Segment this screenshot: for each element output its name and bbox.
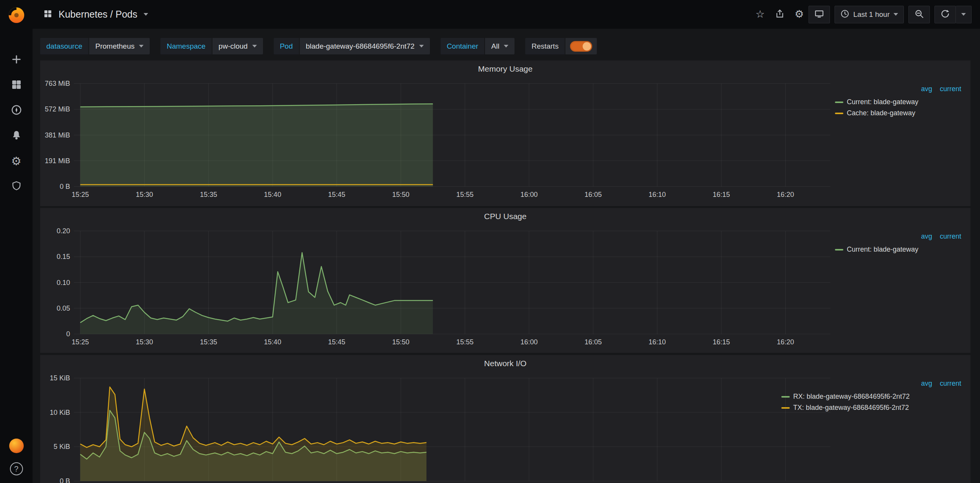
- legend-columns: avgcurrent: [913, 232, 961, 241]
- legend-item[interactable]: TX: blade-gateway-68684695f6-2nt72: [781, 402, 961, 413]
- star-icon: ☆: [755, 9, 764, 20]
- sidebar: ⚙ ?: [0, 0, 33, 483]
- refresh-button[interactable]: [934, 6, 956, 23]
- compass-icon: [11, 104, 22, 117]
- svg-text:16:15: 16:15: [713, 191, 730, 198]
- navbar-actions: ☆ ⚙: [745, 6, 972, 23]
- legend-col-current[interactable]: current: [940, 380, 961, 387]
- svg-text:15:50: 15:50: [392, 338, 410, 346]
- sidebar-item-alerting[interactable]: [8, 129, 25, 143]
- svg-text:16:15: 16:15: [713, 338, 730, 346]
- bell-icon: [11, 130, 22, 142]
- memory-usage-chart[interactable]: 15:2515:3015:3515:4015:4515:5015:5516:00…: [43, 78, 833, 203]
- svg-text:16:05: 16:05: [585, 338, 602, 346]
- chevron-down-icon: [893, 13, 898, 16]
- legend-series-name: Cache: blade-gateway: [847, 109, 915, 117]
- svg-text:16:10: 16:10: [648, 338, 666, 346]
- namespace-filter-value[interactable]: pw-cloud: [212, 38, 263, 54]
- legend-columns: avgcurrent: [913, 380, 961, 388]
- legend-col-current[interactable]: current: [940, 85, 961, 93]
- refresh-interval-dropdown[interactable]: [956, 6, 972, 23]
- svg-text:15:55: 15:55: [456, 338, 474, 346]
- svg-text:5 KiB: 5 KiB: [54, 443, 70, 450]
- series-color-dash: [835, 249, 843, 251]
- time-range-label: Last 1 hour: [853, 10, 890, 19]
- svg-text:15:45: 15:45: [328, 191, 345, 198]
- network-io-legend: avgcurrentRX: blade-gateway-68684695f6-2…: [781, 380, 961, 413]
- refresh-icon: [940, 9, 950, 20]
- grafana-app: ⚙ ? Kubernetes / Pods: [0, 0, 980, 483]
- restarts-toggle-group: Restarts: [525, 38, 597, 54]
- zoom-out-button[interactable]: [908, 6, 930, 23]
- legend-item[interactable]: Current: blade-gateway: [835, 97, 961, 108]
- chevron-down-icon: [144, 13, 148, 16]
- legend-series-name: Current: blade-gateway: [847, 98, 918, 106]
- share-button[interactable]: [775, 9, 785, 20]
- sidebar-item-configuration[interactable]: ⚙: [8, 154, 25, 169]
- svg-text:15:30: 15:30: [136, 338, 153, 346]
- legend-item[interactable]: RX: blade-gateway-68684695f6-2nt72: [781, 391, 961, 402]
- svg-text:15 KiB: 15 KiB: [50, 374, 70, 382]
- legend-series-name: RX: blade-gateway-68684695f6-2nt72: [793, 393, 910, 401]
- legend-col-avg[interactable]: avg: [921, 232, 932, 240]
- svg-text:15:25: 15:25: [72, 191, 89, 198]
- svg-text:0.15: 0.15: [57, 253, 70, 260]
- container-filter-value[interactable]: All: [485, 38, 514, 54]
- chart-canvas[interactable]: 15:2515:3015:3515:4015:4515:5015:5516:00…: [43, 226, 833, 350]
- chart-canvas[interactable]: 15:2515:3015:3515:4015:4515:5015:5516:00…: [43, 78, 833, 203]
- refresh-button-group: [934, 6, 972, 23]
- grid-icon: [11, 79, 22, 92]
- legend-item[interactable]: Current: blade-gateway: [835, 244, 961, 255]
- svg-text:15:55: 15:55: [456, 191, 474, 198]
- svg-text:16:05: 16:05: [585, 191, 602, 198]
- dashboard-settings-button[interactable]: ⚙: [795, 9, 804, 20]
- legend-col-avg[interactable]: avg: [921, 380, 932, 387]
- sidebar-item-dashboards[interactable]: [8, 78, 25, 93]
- panel-memory-usage: Memory Usage 15:2515:3015:3515:4015:4515…: [40, 60, 971, 206]
- cpu-usage-chart[interactable]: 15:2515:3015:3515:4015:4515:5015:5516:00…: [43, 226, 833, 350]
- gear-icon: ⚙: [11, 156, 21, 167]
- svg-text:0 B: 0 B: [60, 183, 70, 190]
- pod-filter: Pod blade-gateway-68684695f6-2nt72: [274, 38, 430, 54]
- panel-title[interactable]: CPU Usage: [40, 212, 970, 221]
- network-io-chart[interactable]: 15:2515:3015:3515:4015:4515:5015:5516:00…: [43, 373, 833, 483]
- svg-text:16:00: 16:00: [520, 338, 537, 346]
- panel-title[interactable]: Memory Usage: [40, 64, 970, 74]
- legend-item[interactable]: Cache: blade-gateway: [835, 108, 961, 119]
- restarts-toggle[interactable]: [570, 41, 592, 52]
- datasource-filter: datasource Prometheus: [40, 38, 150, 54]
- share-icon: [775, 9, 785, 20]
- sidebar-item-explore[interactable]: [8, 103, 25, 118]
- time-range-picker[interactable]: Last 1 hour: [835, 6, 904, 23]
- sidebar-item-create[interactable]: [8, 53, 25, 67]
- user-avatar[interactable]: [9, 439, 24, 453]
- chevron-down-icon: [419, 45, 424, 47]
- gear-icon: ⚙: [795, 9, 804, 20]
- legend-col-avg[interactable]: avg: [921, 85, 932, 93]
- datasource-filter-label: datasource: [40, 38, 88, 54]
- pod-filter-value[interactable]: blade-gateway-68684695f6-2nt72: [300, 38, 430, 54]
- page-title[interactable]: Kubernetes / Pods: [59, 9, 137, 20]
- datasource-filter-value[interactable]: Prometheus: [89, 38, 150, 54]
- svg-text:10 KiB: 10 KiB: [50, 409, 70, 416]
- shield-icon: [11, 180, 22, 193]
- top-navbar: Kubernetes / Pods ☆ ⚙: [33, 0, 980, 29]
- chart-canvas[interactable]: 15:2515:3015:3515:4015:4515:5015:5516:00…: [43, 373, 833, 483]
- grafana-logo-icon[interactable]: [7, 5, 26, 25]
- panel-title[interactable]: Network I/O: [40, 359, 970, 368]
- star-button[interactable]: ☆: [755, 9, 764, 20]
- legend-col-current[interactable]: current: [940, 232, 961, 240]
- svg-text:15:35: 15:35: [200, 338, 217, 346]
- cycle-view-button[interactable]: [808, 6, 830, 23]
- help-icon[interactable]: ?: [10, 462, 23, 475]
- pod-filter-label: Pod: [274, 38, 299, 54]
- apps-grid-icon: [43, 9, 52, 20]
- dashboard-title-group[interactable]: Kubernetes / Pods: [43, 9, 148, 20]
- restarts-label: Restarts: [525, 38, 565, 54]
- svg-text:15:30: 15:30: [136, 191, 153, 198]
- sidebar-item-server-admin[interactable]: [8, 179, 25, 194]
- variable-filter-row: datasource Prometheus Namespace pw-cloud…: [40, 38, 597, 54]
- svg-text:16:00: 16:00: [520, 191, 537, 198]
- namespace-filter: Namespace pw-cloud: [160, 38, 263, 54]
- svg-text:0.20: 0.20: [57, 227, 70, 235]
